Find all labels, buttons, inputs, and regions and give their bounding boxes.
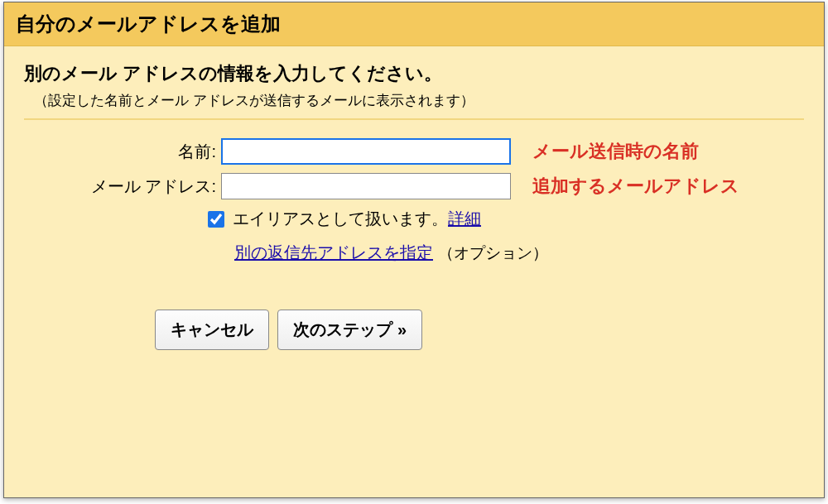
sub-instruction-text: （設定した名前とメール アドレスが送信するメールに表示されます） bbox=[34, 91, 804, 110]
name-input[interactable] bbox=[221, 138, 511, 165]
add-email-dialog: 自分のメールアドレスを追加 別のメール アドレスの情報を入力してください。 （設… bbox=[3, 2, 825, 498]
reply-option-text: （オプション） bbox=[438, 244, 548, 262]
email-row: メール アドレス: 追加するメールアドレス bbox=[24, 173, 804, 199]
button-row: キャンセル 次のステップ » bbox=[155, 310, 804, 350]
alias-checkbox[interactable] bbox=[208, 211, 224, 228]
name-label: 名前: bbox=[24, 141, 221, 163]
reply-address-link[interactable]: 別の返信先アドレスを指定 bbox=[234, 243, 433, 262]
dialog-content: 別のメール アドレスの情報を入力してください。 （設定した名前とメール アドレス… bbox=[4, 46, 824, 370]
alias-detail-link[interactable]: 詳細 bbox=[448, 208, 481, 230]
alias-row: エイリアスとして扱います。 詳細 bbox=[208, 208, 804, 230]
name-row: 名前: メール送信時の名前 bbox=[24, 138, 804, 165]
annotation-name: メール送信時の名前 bbox=[532, 139, 699, 164]
email-label: メール アドレス: bbox=[24, 175, 221, 198]
next-step-button[interactable]: 次のステップ » bbox=[277, 310, 422, 350]
cancel-button[interactable]: キャンセル bbox=[155, 310, 269, 350]
dialog-title: 自分のメールアドレスを追加 bbox=[4, 2, 824, 46]
divider bbox=[24, 118, 804, 120]
annotation-email: 追加するメールアドレス bbox=[532, 174, 739, 199]
reply-row: 別の返信先アドレスを指定 （オプション） bbox=[234, 242, 804, 264]
alias-label: エイリアスとして扱います。 bbox=[233, 208, 448, 230]
email-input[interactable] bbox=[221, 173, 511, 199]
instruction-text: 別のメール アドレスの情報を入力してください。 bbox=[24, 61, 804, 86]
